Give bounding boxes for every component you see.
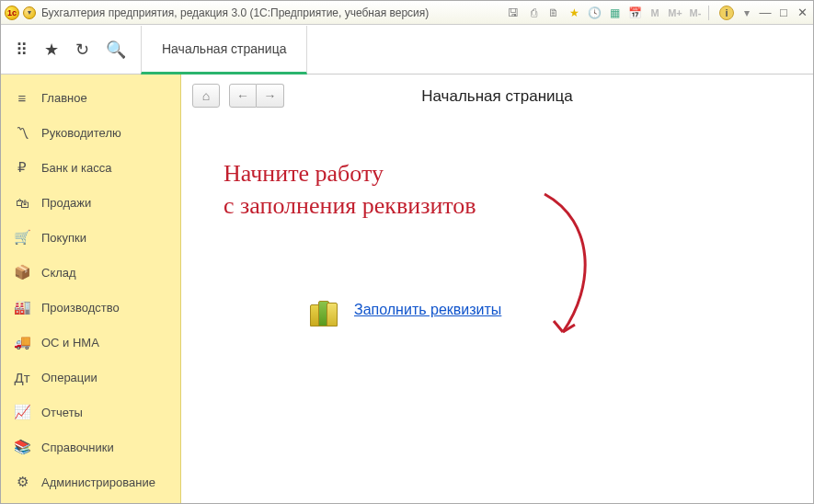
box-icon: 📦 <box>14 264 30 281</box>
operations-icon: Дт <box>14 369 30 385</box>
main-icon: ≡ <box>14 89 30 106</box>
sidebar-item-label: Операции <box>41 371 97 384</box>
main-toolbar: ⠿ ★ ↻ 🔍 Начальная страница <box>1 25 813 74</box>
sidebar-item-assets[interactable]: 🚚 ОС и НМА <box>1 325 180 360</box>
search-icon[interactable]: 🔍 <box>106 40 126 60</box>
sidebar-item-label: Покупки <box>41 231 86 245</box>
sidebar-item-label: Справочники <box>41 441 114 454</box>
forward-button[interactable]: → <box>257 84 284 108</box>
fill-requisites-link[interactable]: Заполнить реквизиты <box>354 302 501 318</box>
chart-icon: 〽 <box>14 124 30 141</box>
info-icon[interactable]: i <box>719 6 734 20</box>
sidebar-item-main[interactable]: ≡ Главное <box>1 80 180 115</box>
sidebar-item-label: Администрирование <box>41 475 155 489</box>
m-button[interactable]: M <box>648 6 662 20</box>
bag-icon: 🛍 <box>14 194 30 211</box>
minimize-button[interactable]: — <box>758 6 773 20</box>
hint-line1: Начните работу <box>224 160 384 187</box>
folders-icon <box>310 293 343 326</box>
favorite-icon[interactable]: ★ <box>567 6 581 20</box>
print-icon[interactable]: ⎙ <box>526 6 541 20</box>
app-logo-icon: 1c <box>5 6 19 20</box>
m-minus-button[interactable]: M- <box>688 6 703 20</box>
factory-icon: 🏭 <box>14 299 30 315</box>
sidebar-item-label: ОС и НМА <box>41 336 99 349</box>
save-icon[interactable]: 🖫 <box>506 6 521 20</box>
close-button[interactable]: ✕ <box>795 6 809 20</box>
content-toolbar: ⌂ ← → <box>181 74 813 117</box>
sidebar-item-label: Банк и касса <box>41 161 112 175</box>
sidebar-item-purchases[interactable]: 🛒 Покупки <box>1 220 180 255</box>
clipboard-icon[interactable]: ↻ <box>75 40 89 60</box>
drop-icon[interactable]: ▾ <box>739 6 754 20</box>
sidebar: ≡ Главное 〽 Руководителю ₽ Банк и касса … <box>1 74 181 504</box>
content-area: ⌂ ← → Начальная страница Начните работу … <box>181 74 813 504</box>
hint-annotation: Начните работу с заполнения реквизитов <box>224 157 476 222</box>
cart-icon: 🛒 <box>14 229 30 246</box>
sidebar-item-operations[interactable]: Дт Операции <box>1 360 180 395</box>
sidebar-item-label: Продажи <box>41 196 91 210</box>
sidebar-item-admin[interactable]: ⚙ Администрирование <box>1 464 180 499</box>
tab-start-page[interactable]: Начальная страница <box>141 26 307 74</box>
maximize-button[interactable]: □ <box>776 6 791 20</box>
window-titlebar: 1c ▾ Бухгалтерия предприятия, редакция 3… <box>1 1 813 25</box>
calculator-icon[interactable]: ▦ <box>607 6 622 20</box>
sidebar-item-label: Главное <box>41 91 87 105</box>
truck-icon: 🚚 <box>14 334 30 350</box>
back-button[interactable]: ← <box>229 84 257 108</box>
gear-icon: ⚙ <box>14 474 30 490</box>
report-icon: 📈 <box>14 404 30 420</box>
separator-icon <box>708 6 714 20</box>
sidebar-item-label: Производство <box>41 301 120 315</box>
fill-requisites-action: Заполнить реквизиты <box>310 293 501 326</box>
sidebar-item-bank[interactable]: ₽ Банк и касса <box>1 150 180 185</box>
sidebar-item-warehouse[interactable]: 📦 Склад <box>1 255 180 290</box>
titlebar-tool-icons: 🖫 ⎙ 🗎 ★ 🕓 ▦ 📅 M M+ M- i ▾ <box>506 6 754 20</box>
sidebar-item-reports[interactable]: 📈 Отчеты <box>1 395 180 430</box>
app-menu-drop-icon[interactable]: ▾ <box>23 6 36 19</box>
star-icon[interactable]: ★ <box>44 40 59 60</box>
apps-grid-icon[interactable]: ⠿ <box>16 40 28 60</box>
sidebar-item-production[interactable]: 🏭 Производство <box>1 290 180 325</box>
calendar-icon[interactable]: 📅 <box>627 6 642 20</box>
sidebar-item-sales[interactable]: 🛍 Продажи <box>1 185 180 220</box>
document-icon[interactable]: 🗎 <box>546 6 561 20</box>
ruble-icon: ₽ <box>14 159 30 176</box>
sidebar-item-references[interactable]: 📚 Справочники <box>1 430 180 464</box>
sidebar-item-label: Руководителю <box>41 126 121 140</box>
sidebar-item-manager[interactable]: 〽 Руководителю <box>1 115 180 150</box>
home-button[interactable]: ⌂ <box>192 84 220 108</box>
tab-label: Начальная страница <box>162 41 286 56</box>
hint-line2: с заполнения реквизитов <box>224 192 476 219</box>
sidebar-item-label: Отчеты <box>41 406 83 419</box>
history-icon[interactable]: 🕓 <box>587 6 602 20</box>
sidebar-item-label: Склад <box>41 266 76 280</box>
book-icon: 📚 <box>14 439 30 455</box>
m-plus-button[interactable]: M+ <box>668 6 682 20</box>
window-title: Бухгалтерия предприятия, редакция 3.0 (1… <box>41 6 429 19</box>
arrow-icon <box>531 185 604 350</box>
